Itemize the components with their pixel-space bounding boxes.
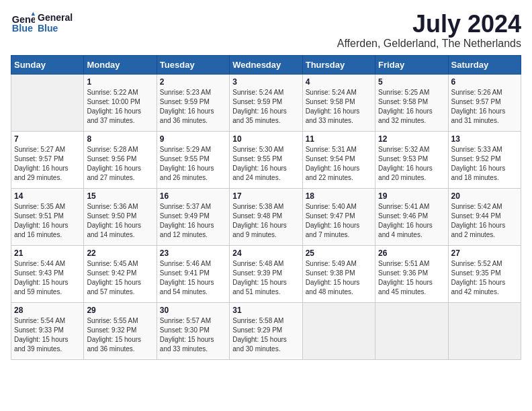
- column-header-saturday: Saturday: [448, 55, 521, 74]
- day-info: Sunrise: 5:24 AM Sunset: 9:59 PM Dayligh…: [232, 88, 299, 126]
- calendar-cell: 29Sunrise: 5:55 AM Sunset: 9:32 PM Dayli…: [84, 302, 157, 359]
- day-number: 13: [451, 134, 518, 144]
- calendar-table: SundayMondayTuesdayWednesdayThursdayFrid…: [11, 55, 521, 360]
- day-number: 9: [160, 134, 226, 144]
- day-info: Sunrise: 5:24 AM Sunset: 9:58 PM Dayligh…: [306, 88, 372, 126]
- day-info: Sunrise: 5:30 AM Sunset: 9:55 PM Dayligh…: [232, 145, 299, 183]
- day-number: 29: [87, 306, 153, 315]
- calendar-cell: 3Sunrise: 5:24 AM Sunset: 9:59 PM Daylig…: [230, 74, 302, 131]
- logo: General Blue General Blue: [11, 11, 73, 35]
- day-number: 22: [87, 248, 153, 258]
- day-info: Sunrise: 5:33 AM Sunset: 9:52 PM Dayligh…: [451, 145, 518, 183]
- day-number: 6: [451, 77, 518, 87]
- calendar-cell: 5Sunrise: 5:25 AM Sunset: 9:58 PM Daylig…: [375, 74, 448, 131]
- day-info: Sunrise: 5:41 AM Sunset: 9:46 PM Dayligh…: [378, 202, 445, 240]
- day-number: 14: [14, 191, 81, 201]
- calendar-cell: 2Sunrise: 5:23 AM Sunset: 9:59 PM Daylig…: [157, 74, 229, 131]
- calendar-cell: 18Sunrise: 5:40 AM Sunset: 9:47 PM Dayli…: [302, 188, 375, 245]
- calendar-cell: 19Sunrise: 5:41 AM Sunset: 9:46 PM Dayli…: [375, 188, 448, 245]
- day-number: 16: [160, 191, 226, 201]
- day-number: 25: [306, 248, 372, 258]
- day-number: 17: [232, 191, 299, 201]
- day-info: Sunrise: 5:36 AM Sunset: 9:50 PM Dayligh…: [87, 202, 153, 240]
- day-number: 19: [378, 191, 445, 201]
- svg-text:Blue: Blue: [12, 23, 33, 34]
- calendar-cell: 30Sunrise: 5:57 AM Sunset: 9:30 PM Dayli…: [157, 302, 229, 359]
- calendar-cell: [11, 74, 84, 131]
- day-number: 18: [306, 191, 372, 201]
- calendar-cell: 16Sunrise: 5:37 AM Sunset: 9:49 PM Dayli…: [157, 188, 229, 245]
- calendar-cell: 4Sunrise: 5:24 AM Sunset: 9:58 PM Daylig…: [302, 74, 375, 131]
- day-number: 10: [232, 134, 299, 144]
- calendar-cell: 6Sunrise: 5:26 AM Sunset: 9:57 PM Daylig…: [448, 74, 521, 131]
- calendar-week-row: 7Sunrise: 5:27 AM Sunset: 9:57 PM Daylig…: [11, 131, 521, 188]
- day-number: 28: [14, 306, 81, 315]
- day-info: Sunrise: 5:58 AM Sunset: 9:29 PM Dayligh…: [232, 316, 299, 354]
- column-header-friday: Friday: [375, 55, 448, 74]
- day-number: 5: [378, 77, 445, 87]
- day-info: Sunrise: 5:28 AM Sunset: 9:56 PM Dayligh…: [87, 145, 153, 183]
- day-info: Sunrise: 5:31 AM Sunset: 9:54 PM Dayligh…: [306, 145, 372, 183]
- calendar-week-row: 1Sunrise: 5:22 AM Sunset: 10:00 PM Dayli…: [11, 74, 521, 131]
- day-info: Sunrise: 5:44 AM Sunset: 9:43 PM Dayligh…: [14, 259, 81, 297]
- day-info: Sunrise: 5:54 AM Sunset: 9:33 PM Dayligh…: [14, 316, 81, 354]
- calendar-cell: 27Sunrise: 5:52 AM Sunset: 9:35 PM Dayli…: [448, 245, 521, 302]
- location-subtitle: Afferden, Gelderland, The Netherlands: [337, 38, 521, 50]
- column-header-tuesday: Tuesday: [157, 55, 229, 74]
- day-info: Sunrise: 5:38 AM Sunset: 9:48 PM Dayligh…: [232, 202, 299, 240]
- day-info: Sunrise: 5:25 AM Sunset: 9:58 PM Dayligh…: [378, 88, 445, 126]
- logo-line1: General: [38, 12, 73, 23]
- calendar-cell: 31Sunrise: 5:58 AM Sunset: 9:29 PM Dayli…: [230, 302, 302, 359]
- day-number: 23: [160, 248, 226, 258]
- day-number: 7: [14, 134, 81, 144]
- calendar-cell: 14Sunrise: 5:35 AM Sunset: 9:51 PM Dayli…: [11, 188, 84, 245]
- calendar-cell: 20Sunrise: 5:42 AM Sunset: 9:44 PM Dayli…: [448, 188, 521, 245]
- day-info: Sunrise: 5:27 AM Sunset: 9:57 PM Dayligh…: [14, 145, 81, 183]
- day-info: Sunrise: 5:57 AM Sunset: 9:30 PM Dayligh…: [160, 316, 226, 354]
- column-header-thursday: Thursday: [302, 55, 375, 74]
- month-year-title: July 2024: [337, 11, 521, 38]
- calendar-week-row: 14Sunrise: 5:35 AM Sunset: 9:51 PM Dayli…: [11, 188, 521, 245]
- day-number: 12: [378, 134, 445, 144]
- page-header: General Blue General Blue July 2024 Affe…: [11, 11, 521, 50]
- day-info: Sunrise: 5:48 AM Sunset: 9:39 PM Dayligh…: [232, 259, 299, 297]
- day-info: Sunrise: 5:55 AM Sunset: 9:32 PM Dayligh…: [87, 316, 153, 354]
- logo-line2: Blue: [38, 23, 73, 34]
- calendar-cell: 26Sunrise: 5:51 AM Sunset: 9:36 PM Dayli…: [375, 245, 448, 302]
- calendar-cell: 1Sunrise: 5:22 AM Sunset: 10:00 PM Dayli…: [84, 74, 157, 131]
- calendar-header-row: SundayMondayTuesdayWednesdayThursdayFrid…: [11, 55, 521, 74]
- day-info: Sunrise: 5:51 AM Sunset: 9:36 PM Dayligh…: [378, 259, 445, 297]
- day-info: Sunrise: 5:49 AM Sunset: 9:38 PM Dayligh…: [306, 259, 372, 297]
- calendar-cell: 24Sunrise: 5:48 AM Sunset: 9:39 PM Dayli…: [230, 245, 302, 302]
- calendar-cell: 23Sunrise: 5:46 AM Sunset: 9:41 PM Dayli…: [157, 245, 229, 302]
- day-number: 30: [160, 306, 226, 315]
- calendar-cell: 12Sunrise: 5:32 AM Sunset: 9:53 PM Dayli…: [375, 131, 448, 188]
- day-number: 26: [378, 248, 445, 258]
- calendar-week-row: 28Sunrise: 5:54 AM Sunset: 9:33 PM Dayli…: [11, 302, 521, 359]
- calendar-cell: 10Sunrise: 5:30 AM Sunset: 9:55 PM Dayli…: [230, 131, 302, 188]
- day-info: Sunrise: 5:40 AM Sunset: 9:47 PM Dayligh…: [306, 202, 372, 240]
- day-info: Sunrise: 5:26 AM Sunset: 9:57 PM Dayligh…: [451, 88, 518, 126]
- day-info: Sunrise: 5:29 AM Sunset: 9:55 PM Dayligh…: [160, 145, 226, 183]
- calendar-cell: 25Sunrise: 5:49 AM Sunset: 9:38 PM Dayli…: [302, 245, 375, 302]
- day-number: 31: [232, 306, 299, 315]
- day-info: Sunrise: 5:45 AM Sunset: 9:42 PM Dayligh…: [87, 259, 153, 297]
- calendar-cell: [302, 302, 375, 359]
- day-number: 15: [87, 191, 153, 201]
- calendar-cell: 28Sunrise: 5:54 AM Sunset: 9:33 PM Dayli…: [11, 302, 84, 359]
- calendar-cell: 21Sunrise: 5:44 AM Sunset: 9:43 PM Dayli…: [11, 245, 84, 302]
- day-number: 4: [306, 77, 372, 87]
- day-number: 27: [451, 248, 518, 258]
- column-header-sunday: Sunday: [11, 55, 84, 74]
- day-info: Sunrise: 5:22 AM Sunset: 10:00 PM Daylig…: [87, 88, 153, 126]
- day-number: 20: [451, 191, 518, 201]
- day-info: Sunrise: 5:46 AM Sunset: 9:41 PM Dayligh…: [160, 259, 226, 297]
- calendar-cell: 13Sunrise: 5:33 AM Sunset: 9:52 PM Dayli…: [448, 131, 521, 188]
- day-info: Sunrise: 5:35 AM Sunset: 9:51 PM Dayligh…: [14, 202, 81, 240]
- logo-icon: General Blue: [11, 11, 35, 35]
- calendar-cell: 8Sunrise: 5:28 AM Sunset: 9:56 PM Daylig…: [84, 131, 157, 188]
- day-number: 21: [14, 248, 81, 258]
- calendar-cell: [375, 302, 448, 359]
- calendar-week-row: 21Sunrise: 5:44 AM Sunset: 9:43 PM Dayli…: [11, 245, 521, 302]
- title-section: July 2024 Afferden, Gelderland, The Neth…: [337, 11, 521, 50]
